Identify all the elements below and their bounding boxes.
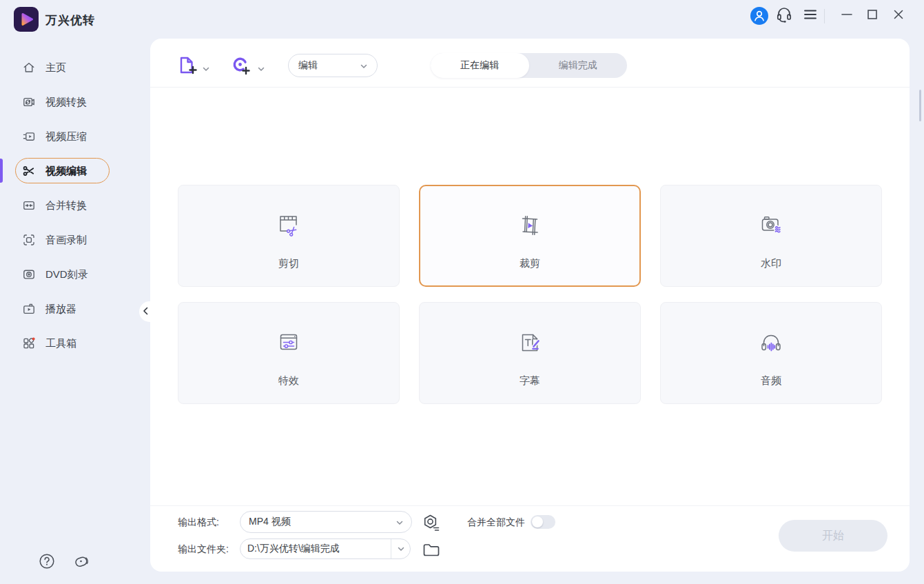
maximize-icon (865, 7, 880, 25)
output-folder-label: 输出文件夹: (178, 543, 229, 556)
screen-record-icon (22, 233, 36, 247)
feedback-button[interactable] (71, 552, 92, 573)
tab-edit-finished[interactable]: 编辑完成 (529, 53, 628, 78)
sidebar-item-video-compress[interactable]: 视频压缩 (0, 121, 145, 152)
sidebar-item-dvd-burn[interactable]: DVD刻录 (0, 259, 145, 290)
chevron-down-icon (203, 62, 209, 74)
sidebar-item-label: 播放器 (45, 303, 76, 316)
camera-waves-icon (756, 210, 786, 243)
folder-icon (422, 550, 441, 562)
document-pen-icon (515, 328, 545, 361)
sidebar-item-video-edit[interactable]: 视频编辑 (0, 156, 145, 186)
dvd-disc-icon (22, 268, 36, 281)
sidebar-item-label: 视频转换 (45, 96, 87, 109)
merge-toggle[interactable] (531, 515, 555, 529)
video-convert-icon (22, 95, 36, 109)
close-button[interactable] (888, 6, 909, 26)
output-format-select[interactable]: MP4 视频 (240, 511, 412, 533)
toolbar-divider (150, 87, 910, 88)
user-avatar-icon (750, 7, 768, 25)
film-scissors-icon (274, 210, 304, 243)
chevron-down-icon (258, 62, 265, 74)
output-folder-field[interactable]: D:\万兴优转\编辑完成 (240, 538, 411, 559)
sidebar-item-label: 合并转换 (45, 199, 87, 212)
card-label: 剪切 (278, 257, 299, 270)
edit-card-cut[interactable]: 剪切 (178, 185, 400, 287)
edit-mode-value: 编辑 (298, 59, 360, 72)
card-label: 字幕 (520, 374, 540, 387)
hamburger-menu-icon (803, 7, 818, 25)
sidebar-item-av-record[interactable]: 音画录制 (0, 225, 145, 255)
toolbox-grid-icon (22, 336, 36, 350)
disc-plus-icon (232, 66, 252, 77)
chevron-down-icon (360, 60, 367, 71)
card-label: 音频 (761, 374, 781, 387)
minimize-button[interactable] (836, 6, 857, 26)
add-file-dropdown[interactable] (203, 62, 209, 74)
help-button[interactable] (37, 552, 57, 573)
chevron-left-icon (143, 305, 148, 318)
card-label: 特效 (278, 374, 299, 387)
sidebar-item-home[interactable]: 主页 (0, 52, 145, 83)
add-from-disc-button[interactable] (232, 56, 252, 78)
sidebar-item-label: 主页 (45, 61, 66, 74)
app-window: 万兴优转 (0, 0, 924, 584)
scissors-icon (22, 164, 36, 178)
sidebar-item-label: 视频编辑 (45, 165, 87, 178)
add-file-button[interactable] (178, 56, 198, 78)
home-icon (22, 61, 36, 74)
chevron-down-icon (396, 516, 403, 527)
feedback-icon (72, 552, 91, 573)
card-label: 裁剪 (520, 257, 540, 270)
app-logo (14, 7, 39, 32)
sidebar-item-merge-convert[interactable]: 合并转换 (0, 190, 145, 221)
notification-badge (32, 337, 35, 340)
video-compress-icon (22, 130, 36, 143)
output-format-label: 输出格式: (178, 516, 219, 529)
question-mark-icon (38, 552, 56, 573)
edit-mode-select[interactable]: 编辑 (288, 54, 378, 77)
browse-folder-button[interactable] (422, 541, 441, 563)
support-button[interactable] (774, 6, 794, 26)
main-menu-button[interactable] (800, 6, 821, 26)
window-sliders-icon (274, 328, 304, 361)
output-folder-value: D:\万兴优转\编辑完成 (240, 543, 391, 555)
gear-settings-icon (422, 523, 441, 534)
app-title: 万兴优转 (45, 12, 95, 28)
sidebar-item-video-convert[interactable]: 视频转换 (0, 87, 145, 117)
header-divider (824, 9, 825, 23)
minimize-icon (839, 7, 854, 25)
edit-card-effect[interactable]: 特效 (178, 302, 400, 404)
document-plus-icon (178, 66, 198, 77)
edit-card-subtitle[interactable]: 字幕 (419, 302, 641, 404)
headphones-wave-icon (756, 328, 786, 361)
tab-editing[interactable]: 正在编辑 (431, 53, 529, 78)
format-settings-button[interactable] (422, 513, 441, 535)
sidebar-item-player[interactable]: 播放器 (0, 294, 145, 324)
edit-card-crop[interactable]: 裁剪 (419, 185, 641, 287)
footer-divider (150, 505, 910, 506)
add-from-disc-dropdown[interactable] (258, 62, 265, 74)
main-panel: 编辑 正在编辑 编辑完成 (150, 39, 910, 572)
maximize-button[interactable] (862, 6, 883, 26)
start-button[interactable]: 开始 (779, 520, 887, 552)
card-label: 水印 (761, 257, 781, 270)
sidebar-item-label: DVD刻录 (45, 268, 88, 281)
headset-icon (775, 6, 793, 26)
sidebar-item-label: 工具箱 (45, 337, 76, 350)
sidebar-item-toolbox[interactable]: 工具箱 (0, 328, 145, 359)
edit-card-audio[interactable]: 音频 (660, 302, 882, 404)
sidebar-item-label: 音画录制 (45, 234, 87, 247)
output-folder-dropdown[interactable] (391, 539, 410, 558)
edit-card-watermark[interactable]: 水印 (660, 185, 882, 287)
edit-status-tabs: 正在编辑 编辑完成 (431, 53, 627, 78)
merge-convert-icon (22, 199, 36, 212)
account-button[interactable] (749, 6, 770, 26)
close-icon (891, 7, 906, 25)
output-format-value: MP4 视频 (249, 516, 396, 528)
sidebar-item-label: 视频压缩 (45, 130, 87, 143)
scrollbar-thumb[interactable] (919, 90, 921, 121)
crop-play-icon (515, 210, 545, 243)
toggle-knob (532, 516, 543, 527)
merge-all-label: 合并全部文件 (467, 516, 525, 529)
